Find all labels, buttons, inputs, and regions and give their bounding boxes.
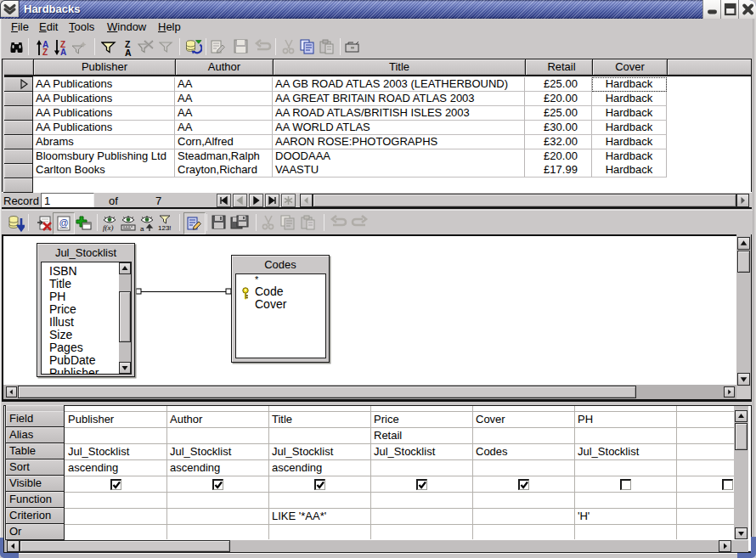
svg-text:Z: Z — [42, 48, 48, 56]
svg-text:a: a — [140, 225, 144, 232]
svg-text:123!: 123! — [158, 224, 172, 232]
svg-text:@: @ — [59, 217, 69, 228]
svg-text:A: A — [60, 48, 66, 56]
svg-text:f(x): f(x) — [103, 223, 114, 232]
svg-text:A: A — [125, 48, 132, 57]
